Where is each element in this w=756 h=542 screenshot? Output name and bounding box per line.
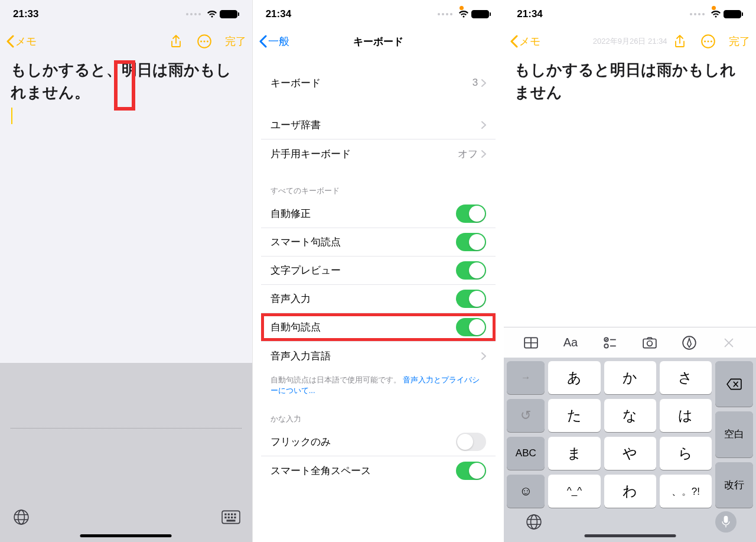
- back-label: メモ: [15, 34, 37, 48]
- dictation-button[interactable]: [715, 511, 737, 533]
- key-ha[interactable]: は: [660, 399, 712, 432]
- home-indicator[interactable]: [584, 534, 676, 537]
- share-icon: [169, 34, 183, 48]
- toggle-auto-punctuation[interactable]: [456, 318, 486, 336]
- svg-point-19: [711, 40, 712, 42]
- toggle-auto-correct[interactable]: [456, 205, 486, 223]
- table-icon: [523, 335, 539, 350]
- key-small[interactable]: ^_^: [548, 475, 600, 508]
- screen-notes-before: 21:33 メモ 完了 もしかすると、明日は雨かもしれません。: [0, 0, 252, 542]
- chevron-back-icon: [510, 35, 518, 48]
- note-body-area[interactable]: [0, 126, 252, 363]
- key-ma[interactable]: ま: [548, 437, 600, 470]
- back-button[interactable]: メモ: [510, 34, 540, 48]
- key-emoji[interactable]: ☺: [507, 475, 545, 508]
- close-button[interactable]: [719, 333, 738, 352]
- key-abc[interactable]: ABC: [507, 437, 545, 470]
- row-label: 自動修正: [271, 207, 311, 220]
- table-button[interactable]: [522, 333, 540, 352]
- key-na[interactable]: な: [604, 399, 656, 432]
- keyboard-button[interactable]: [220, 507, 242, 528]
- markup-button[interactable]: [680, 333, 699, 352]
- svg-point-5: [18, 510, 25, 524]
- keyboard-icon: [221, 510, 240, 524]
- svg-rect-15: [226, 520, 235, 521]
- note-text: もしかすると、明日は雨かもしれません。: [11, 61, 232, 101]
- key-ra[interactable]: ら: [660, 437, 712, 470]
- back-label: メモ: [519, 34, 540, 48]
- share-button[interactable]: [672, 34, 687, 49]
- home-indicator[interactable]: [80, 534, 172, 537]
- key-return[interactable]: 改行: [715, 462, 753, 508]
- row-value: 3: [472, 77, 486, 89]
- more-button[interactable]: [197, 34, 212, 49]
- section-header-all-keyboards: すべてのキーボード: [271, 186, 487, 196]
- more-icon: [700, 34, 716, 49]
- svg-rect-11: [224, 517, 226, 518]
- row-label: 片手用キーボード: [271, 147, 351, 161]
- screen-settings: 21:34 一般 キーボード キーボード 3 ユーザ辞書 片手用キーボード オフ…: [252, 0, 504, 542]
- status-indicators: [690, 10, 743, 18]
- camera-icon: [642, 335, 657, 350]
- key-ya[interactable]: や: [604, 437, 656, 470]
- svg-rect-9: [231, 514, 233, 515]
- clock: 21:34: [517, 8, 542, 20]
- globe-button[interactable]: [11, 507, 32, 528]
- toggle-flick-only[interactable]: [456, 433, 486, 451]
- row-user-dictionary[interactable]: ユーザ辞書: [261, 111, 496, 139]
- share-icon: [673, 34, 687, 48]
- status-indicators: [186, 10, 239, 18]
- toggle-smart-fullwidth-space[interactable]: [456, 462, 486, 480]
- key-arrow[interactable]: →: [507, 361, 545, 394]
- title: キーボード: [253, 35, 504, 48]
- done-button[interactable]: 完了: [729, 34, 750, 48]
- mic-icon: [721, 515, 731, 528]
- globe-button[interactable]: [523, 511, 545, 533]
- key-undo[interactable]: ↺: [507, 399, 545, 432]
- chevron-back-icon: [259, 35, 267, 48]
- key-wa[interactable]: わ: [604, 475, 656, 508]
- key-backspace[interactable]: [715, 361, 753, 407]
- nav-actions: 完了: [168, 34, 246, 49]
- svg-point-27: [531, 515, 537, 529]
- battery-icon: [220, 10, 239, 18]
- wifi-icon: [711, 10, 721, 18]
- done-button[interactable]: 完了: [225, 34, 246, 48]
- toggle-dictation[interactable]: [456, 290, 486, 308]
- group-all-keyboards: 自動修正 スマート句読点 文字プレビュー 音声入力 自動句読点 音声入力言語: [261, 200, 496, 370]
- cellular-dots-icon: [438, 13, 452, 15]
- format-button[interactable]: Aa: [561, 333, 580, 352]
- row-value: [481, 121, 486, 129]
- note-body-area[interactable]: [504, 103, 756, 327]
- camera-button[interactable]: [640, 333, 659, 352]
- toggle-smart-punctuation[interactable]: [456, 233, 486, 251]
- row-one-handed-keyboard[interactable]: 片手用キーボード オフ: [261, 139, 496, 168]
- recording-indicator-icon: [712, 6, 716, 10]
- key-punct[interactable]: 、。?!: [660, 475, 712, 508]
- svg-rect-7: [224, 514, 226, 515]
- key-ta[interactable]: た: [548, 399, 600, 432]
- clock: 21:34: [266, 8, 291, 20]
- key-sa[interactable]: さ: [660, 361, 712, 394]
- key-ka[interactable]: か: [604, 361, 656, 394]
- row-keyboards[interactable]: キーボード 3: [261, 69, 496, 97]
- back-button[interactable]: メモ: [6, 34, 37, 48]
- more-button[interactable]: [700, 34, 716, 49]
- svg-point-2: [203, 40, 205, 42]
- checklist-button[interactable]: [601, 333, 620, 352]
- key-a[interactable]: あ: [548, 361, 600, 394]
- share-button[interactable]: [168, 34, 184, 49]
- row-label: スマート全角スペース: [271, 464, 371, 478]
- toggle-character-preview[interactable]: [456, 261, 486, 280]
- back-button[interactable]: 一般: [259, 34, 289, 48]
- svg-rect-13: [231, 517, 233, 518]
- note-content[interactable]: もしかすると明日は雨かもしれません: [504, 54, 756, 103]
- row-label: スマート句読点: [271, 235, 341, 249]
- key-space[interactable]: 空白: [715, 411, 753, 457]
- back-label: 一般: [268, 34, 289, 48]
- globe-icon: [526, 514, 542, 530]
- note-content[interactable]: もしかすると、明日は雨かもしれません。: [0, 54, 252, 126]
- row-value: オフ: [458, 147, 486, 161]
- row-dictation-languages[interactable]: 音声入力言語: [261, 342, 496, 370]
- svg-point-18: [707, 40, 709, 42]
